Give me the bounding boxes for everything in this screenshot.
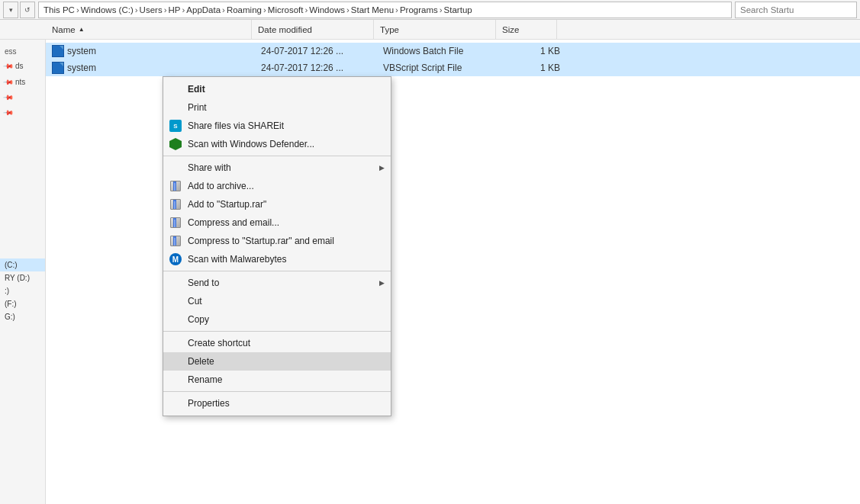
rar-icon: [169, 180, 182, 192]
file-type: Windows Batch File: [383, 46, 505, 56]
breadcrumb-item: AppData: [186, 5, 221, 14]
breadcrumb-item: Users: [140, 5, 163, 14]
vbs-file-icon: [52, 62, 64, 74]
search-input[interactable]: [735, 2, 857, 18]
context-menu-item-compress-email[interactable]: Compress and email...: [163, 213, 391, 232]
column-headers: Name ▲ Date modified Type Size: [0, 20, 860, 40]
sidebar-label-ess: ess: [0, 46, 45, 57]
breadcrumb-item: Programs: [400, 5, 438, 14]
context-separator: [163, 391, 391, 392]
sidebar-drive-g[interactable]: G:): [0, 310, 45, 323]
context-menu-item-edit[interactable]: Edit: [163, 80, 391, 98]
context-menu-item-copy[interactable]: Copy: [163, 310, 391, 329]
context-menu-item-compress-startup-email[interactable]: Compress to "Startup.rar" and email: [163, 232, 391, 250]
context-menu-item-defender[interactable]: Scan with Windows Defender...: [163, 135, 391, 153]
context-separator: [163, 156, 391, 156]
context-menu-item-add-archive[interactable]: Add to archive...: [163, 177, 391, 195]
context-separator: [163, 331, 391, 332]
sidebar-drive-d[interactable]: RY (D:): [0, 271, 45, 284]
table-row[interactable]: system 24-07-2017 12:26 ... Windows Batc…: [46, 43, 860, 59]
context-menu-item-print[interactable]: Print: [163, 98, 391, 117]
rar-icon: [169, 198, 182, 210]
context-menu-item-cut[interactable]: Cut: [163, 292, 391, 310]
breadcrumb-item: Roaming: [227, 5, 262, 14]
sidebar: ess 📌 ds 📌 nts 📌 📌 (C:) RY (D:) :) (F:) …: [0, 40, 46, 504]
shareit-icon: S: [169, 120, 182, 132]
malwarebytes-icon: M: [169, 253, 182, 265]
col-header-size[interactable]: Size: [496, 20, 557, 39]
address-bar: ▾ ↺ This PC › Windows (C:) › Users › HP …: [0, 0, 860, 20]
breadcrumb-item: Start Menu: [351, 5, 394, 14]
submenu-arrow-icon: ▶: [379, 164, 385, 172]
dropdown-btn[interactable]: ▾: [3, 2, 18, 18]
rar-icon: [169, 217, 182, 229]
context-menu-item-send-to[interactable]: Send to ▶: [163, 274, 391, 292]
bat-file-icon: [52, 45, 64, 57]
refresh-btn[interactable]: ↺: [20, 2, 35, 18]
file-list: system 24-07-2017 12:26 ... Windows Batc…: [46, 40, 860, 504]
context-menu: Edit Print S Share files via SHAREit Sca…: [163, 76, 391, 416]
file-date: 24-07-2017 12:26 ...: [261, 46, 383, 56]
file-name: system: [67, 63, 261, 73]
sidebar-item-nts[interactable]: 📌 nts: [0, 75, 45, 89]
context-menu-item-malwarebytes[interactable]: M Scan with Malwarebytes: [163, 250, 391, 268]
sidebar-drive-e[interactable]: :): [0, 284, 45, 297]
context-menu-item-delete[interactable]: Delete: [163, 352, 391, 371]
file-name: system: [67, 46, 261, 56]
context-menu-item-rename[interactable]: Rename: [163, 371, 391, 389]
col-header-type[interactable]: Type: [374, 20, 496, 39]
sidebar-item-pin1[interactable]: 📌: [0, 91, 45, 104]
main-area: ess 📌 ds 📌 nts 📌 📌 (C:) RY (D:) :) (F:) …: [0, 40, 860, 504]
file-date: 24-07-2017 12:26 ...: [261, 63, 383, 73]
pin-icon: 📌: [3, 92, 14, 104]
context-menu-item-properties[interactable]: Properties: [163, 394, 391, 413]
pin-icon: 📌: [3, 76, 14, 88]
sidebar-item-ds[interactable]: 📌 ds: [0, 59, 45, 73]
file-size: 1 KB: [505, 46, 566, 56]
context-menu-item-share-with[interactable]: Share with ▶: [163, 159, 391, 177]
breadcrumb-item: Microsoft: [268, 5, 304, 14]
breadcrumb-item: This PC: [43, 5, 75, 14]
col-header-date[interactable]: Date modified: [252, 20, 374, 39]
sidebar-drive-f[interactable]: (F:): [0, 297, 45, 310]
pin-icon: 📌: [3, 108, 14, 119]
table-row[interactable]: system 24-07-2017 12:26 ... VBScript Scr…: [46, 59, 860, 76]
context-menu-item-create-shortcut[interactable]: Create shortcut: [163, 334, 391, 352]
sidebar-drive-c[interactable]: (C:): [0, 258, 45, 271]
context-menu-item-shareit[interactable]: S Share files via SHAREit: [163, 117, 391, 135]
sort-arrow-icon: ▲: [79, 26, 85, 33]
rar-icon: [169, 235, 182, 247]
breadcrumb-item: Startup: [444, 5, 472, 14]
submenu-arrow-icon: ▶: [379, 279, 385, 287]
breadcrumb-item: Windows (C:): [81, 5, 134, 14]
col-header-name[interactable]: Name ▲: [46, 20, 252, 39]
breadcrumb-item: HP: [168, 5, 180, 14]
defender-icon: [169, 138, 182, 150]
file-size: 1 KB: [505, 63, 566, 73]
pin-icon: 📌: [3, 60, 14, 72]
breadcrumb-item: Windows: [309, 5, 345, 14]
context-separator: [163, 271, 391, 271]
sidebar-item-pin2[interactable]: 📌: [0, 106, 45, 120]
file-type: VBScript Script File: [383, 63, 505, 73]
context-menu-item-add-startup-rar[interactable]: Add to "Startup.rar": [163, 195, 391, 213]
breadcrumb[interactable]: This PC › Windows (C:) › Users › HP › Ap…: [38, 2, 732, 18]
